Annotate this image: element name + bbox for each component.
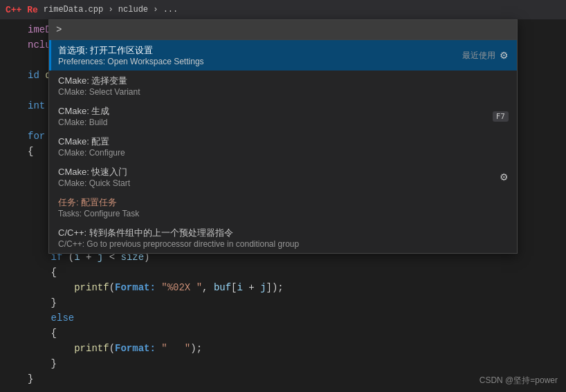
code-line: { — [0, 326, 566, 341]
command-item-cpp-preprocessor[interactable]: C/C++: 转到条件组中的上一个预处理器指令 C/C++: Go to pre… — [49, 223, 517, 253]
command-item-cmake-quick-start[interactable]: CMake: 快速入门 CMake: Quick Start ⚙ — [49, 162, 517, 192]
command-item-right: ⚙ — [500, 171, 509, 183]
command-title-en: CMake: Select Variant — [58, 87, 140, 97]
watermark: CSDN @坚持=power — [480, 375, 558, 386]
key-shortcut-badge: F7 — [493, 111, 509, 122]
code-line: else — [0, 310, 566, 326]
command-title-en: CMake: Build — [58, 118, 109, 127]
command-title-en: C/C++: Go to previous preprocessor direc… — [58, 239, 299, 249]
code-line: printf(Format: "%02X ", buf[i + j]); — [0, 280, 566, 295]
command-item-open-workspace-settings[interactable]: 首选项: 打开工作区设置 Preferences: Open Workspace… — [49, 40, 517, 71]
command-title-en: Tasks: Configure Task — [58, 209, 139, 218]
command-item-text: 首选项: 打开工作区设置 Preferences: Open Workspace… — [58, 44, 204, 66]
command-item-cmake-select-variant[interactable]: CMake: 选择变量 CMake: Select Variant — [49, 71, 517, 101]
command-item-cmake-build[interactable]: CMake: 生成 CMake: Build F7 — [49, 101, 517, 131]
command-title-cn: CMake: 选择变量 — [58, 75, 140, 87]
command-item-text: C/C++: 转到条件组中的上一个预处理器指令 C/C++: Go to pre… — [58, 227, 299, 249]
code-line: printf(Format: " "); — [0, 341, 566, 356]
code-line: } — [0, 356, 566, 371]
code-line: { — [0, 265, 566, 280]
command-title-cn: CMake: 快速入门 — [58, 166, 130, 178]
command-item-text: 任务: 配置任务 Tasks: Configure Task — [58, 196, 139, 218]
command-item-cmake-configure[interactable]: CMake: 配置 CMake: Configure — [49, 131, 517, 162]
command-item-text: CMake: 配置 CMake: Configure — [58, 136, 125, 158]
command-title-en: Preferences: Open Workspace Settings — [58, 57, 204, 66]
command-item-text: CMake: 生成 CMake: Build — [58, 105, 109, 127]
command-title-cn: 任务: 配置任务 — [58, 196, 139, 209]
command-input-area[interactable]: > — [49, 20, 517, 40]
command-title-en: CMake: Configure — [58, 148, 125, 158]
command-title-cn: CMake: 生成 — [58, 105, 109, 118]
command-title-cn: 首选项: 打开工作区设置 — [58, 44, 204, 57]
command-title-cn: CMake: 配置 — [58, 136, 125, 148]
recently-used-badge: 最近使用 — [462, 50, 495, 62]
command-item-text: CMake: 选择变量 CMake: Select Variant — [58, 75, 140, 97]
command-title-en: CMake: Quick Start — [58, 178, 130, 188]
command-list: 首选项: 打开工作区设置 Preferences: Open Workspace… — [49, 40, 517, 253]
gear-icon[interactable]: ⚙ — [500, 171, 509, 183]
command-item-right: 最近使用 ⚙ — [462, 50, 509, 62]
title-bar: C++ Re rimeData.cpp › nclude › ... — [0, 0, 566, 19]
command-item-tasks-configure-task[interactable]: 任务: 配置任务 Tasks: Configure Task — [49, 192, 517, 223]
command-palette: > 首选项: 打开工作区设置 Preferences: Open Workspa… — [48, 19, 518, 254]
gear-icon[interactable]: ⚙ — [500, 50, 509, 61]
breadcrumb: rimeData.cpp › nclude › ... — [44, 5, 178, 15]
command-item-right: F7 — [493, 111, 509, 122]
command-title-cn: C/C++: 转到条件组中的上一个预处理器指令 — [58, 227, 299, 239]
command-prompt: > — [56, 24, 62, 35]
command-input[interactable] — [64, 24, 510, 35]
code-line: } — [0, 295, 566, 310]
language-indicator: C++ Re — [6, 5, 38, 15]
command-item-text: CMake: 快速入门 CMake: Quick Start — [58, 166, 130, 188]
